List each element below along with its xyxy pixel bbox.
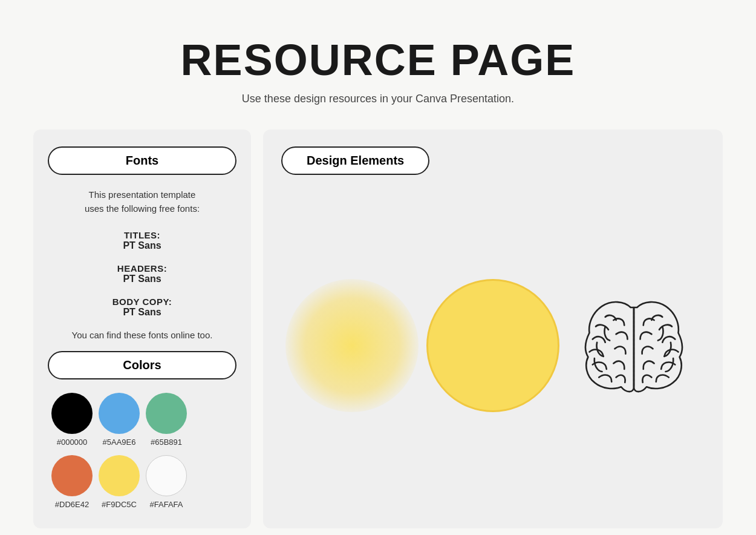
font-entry-titles: TITLES: PT Sans — [48, 230, 236, 251]
font-name-body: PT Sans — [48, 307, 236, 318]
brain-svg — [570, 282, 697, 409]
colors-section-label: Colors — [48, 351, 236, 379]
fonts-panel: Fonts This presentation template uses th… — [33, 130, 251, 528]
find-fonts-text: You can find these fonts online too. — [48, 330, 236, 340]
color-circle-orange — [51, 455, 93, 496]
color-code-blue: #5AA9E6 — [103, 438, 136, 447]
design-elements-label: Design Elements — [281, 146, 429, 175]
color-circle-yellow — [99, 455, 140, 496]
color-item-blue: #5AA9E6 — [99, 393, 140, 447]
font-label-headers: HEADERS: — [48, 263, 236, 274]
color-code-green: #65B891 — [151, 438, 182, 447]
font-name-titles: PT Sans — [48, 240, 236, 251]
color-circle-blue — [99, 393, 140, 434]
fonts-description: This presentation template uses the foll… — [48, 188, 236, 215]
color-item-yellow: #F9DC5C — [99, 455, 140, 509]
font-label-titles: TITLES: — [48, 230, 236, 240]
color-item-green: #65B891 — [146, 393, 187, 447]
color-code-orange: #DD6E42 — [55, 500, 89, 509]
design-elements-visual — [281, 187, 705, 504]
font-entry-headers: HEADERS: PT Sans — [48, 263, 236, 284]
color-circle-black — [51, 393, 93, 434]
color-item-orange: #DD6E42 — [51, 455, 93, 509]
color-circle-white — [146, 455, 187, 496]
footer-note: DON'T FORGET TO DELETE THIS PAGE BEFORE … — [0, 528, 756, 535]
yellow-circle-element — [426, 279, 559, 412]
color-circle-green — [146, 393, 187, 434]
page-title: RESOURCE PAGE — [181, 36, 576, 84]
brain-illustration — [567, 279, 700, 412]
color-item-white: #FAFAFA — [146, 455, 187, 509]
color-code-white: #FAFAFA — [150, 500, 183, 509]
font-entry-body: BODY COPY: PT Sans — [48, 297, 236, 318]
design-elements-panel: Design Elements — [263, 130, 723, 528]
color-item-black: #000000 — [51, 393, 93, 447]
fonts-section-label: Fonts — [48, 146, 236, 175]
page-header: RESOURCE PAGE Use these design resources… — [181, 36, 576, 105]
color-code-yellow: #F9DC5C — [102, 500, 137, 509]
font-label-body: BODY COPY: — [48, 297, 236, 307]
content-row: Fonts This presentation template uses th… — [33, 130, 723, 528]
colors-grid: #000000 #5AA9E6 #65B891 #DD6E42 #F9DC5C … — [48, 393, 236, 509]
page-subtitle: Use these design resources in your Canva… — [181, 93, 576, 105]
color-code-black: #000000 — [57, 438, 88, 447]
font-name-headers: PT Sans — [48, 274, 236, 284]
yellow-glow-element — [285, 279, 419, 412]
